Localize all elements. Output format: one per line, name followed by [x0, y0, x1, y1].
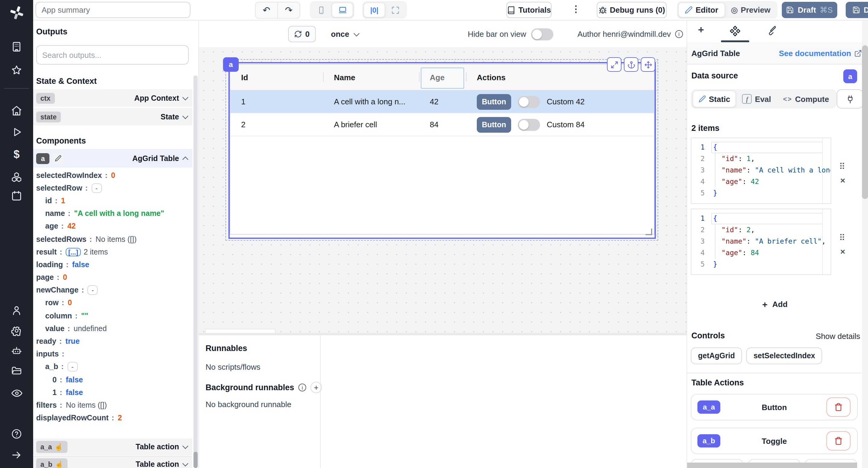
column-separator[interactable]: [466, 72, 467, 81]
refresh-button[interactable]: 0: [288, 26, 316, 42]
variables-dollar-icon[interactable]: $: [0, 148, 33, 161]
table-action-output-row[interactable]: a_a☝Table action: [33, 438, 192, 455]
search-outputs-input[interactable]: Search outputs...: [36, 45, 189, 64]
output-property-row[interactable]: id:1: [33, 195, 192, 207]
remove-item-icon[interactable]: ×: [840, 247, 845, 256]
center-align-button[interactable]: |0|: [364, 2, 385, 18]
home-icon[interactable]: [0, 105, 33, 116]
info-icon[interactable]: i: [299, 384, 306, 391]
output-property-row[interactable]: name:"A cell with a long name": [33, 207, 192, 220]
row-action-button[interactable]: Button: [477, 94, 511, 110]
kebab-menu-icon[interactable]: ⋮: [571, 4, 581, 14]
collapse-chip[interactable]: -: [91, 183, 101, 193]
output-property-row[interactable]: page:0: [33, 271, 192, 284]
output-property-row[interactable]: displayedRowCount:2: [33, 412, 192, 424]
deploy-button[interactable]: Deploy: [846, 2, 868, 18]
audit-eye-icon[interactable]: [0, 387, 33, 399]
column-separator[interactable]: [323, 72, 324, 81]
desktop-view-button[interactable]: [332, 2, 353, 18]
column-separator[interactable]: [419, 72, 420, 81]
output-property-row[interactable]: 1:false: [33, 386, 192, 399]
output-property-row[interactable]: row:0: [33, 297, 192, 310]
settings-gear-icon[interactable]: [0, 325, 33, 337]
output-property-row[interactable]: result:[...]2 items: [33, 245, 192, 258]
result-chip[interactable]: [...]: [66, 247, 81, 256]
collapse-chip[interactable]: -: [67, 362, 78, 372]
insert-component-tab[interactable]: +: [698, 24, 704, 36]
schedules-calendar-icon[interactable]: [0, 190, 33, 201]
output-property-row[interactable]: loading:false: [33, 258, 192, 271]
output-property-row[interactable]: inputs:: [33, 348, 192, 360]
move-component-button[interactable]: [641, 57, 655, 72]
remove-item-icon[interactable]: ×: [840, 175, 845, 185]
output-property-row[interactable]: ready:true: [33, 335, 192, 348]
state-row[interactable]: state State: [33, 108, 192, 125]
app-summary-input[interactable]: App summary: [36, 2, 190, 18]
anchor-component-button[interactable]: [624, 57, 638, 72]
output-property-row[interactable]: newChange:-: [33, 284, 192, 296]
delete-action-button[interactable]: [827, 398, 850, 417]
ctx-row[interactable]: ctx App Context: [33, 89, 192, 107]
hide-bar-toggle[interactable]: [531, 28, 553, 40]
control-button[interactable]: getAgGrid: [691, 347, 742, 364]
editor-code[interactable]: { "id": 2, "name": "A briefer cell", "ag…: [713, 209, 831, 270]
mode-compute-button[interactable]: <>Compute: [777, 91, 835, 107]
outputs-scrollbar-thumb[interactable]: [193, 452, 198, 468]
component-settings-tab[interactable]: [730, 25, 741, 37]
table-row[interactable]: 1A cell with a long n...42ButtonCustom 4…: [230, 90, 654, 113]
json-item-editor[interactable]: 12345{ "id": 1, "name": "A cell with a l…: [691, 138, 831, 204]
panel-scrollbar-thumb[interactable]: [862, 45, 868, 199]
table-header-cell[interactable]: Id: [230, 64, 323, 90]
row-action-button[interactable]: Button: [477, 117, 511, 133]
horizontal-scrollbar[interactable]: [687, 463, 857, 468]
user-icon[interactable]: [0, 304, 33, 316]
draft-button[interactable]: Draft ⌘S: [782, 2, 837, 18]
component-header-row[interactable]: a AgGrid Table: [33, 149, 192, 168]
mobile-view-button[interactable]: [311, 2, 332, 18]
resize-handle[interactable]: [646, 229, 652, 235]
aggrid-table[interactable]: IdNameAgeActions 1A cell with a long n..…: [230, 64, 655, 235]
resources-boxes-icon[interactable]: [0, 171, 33, 183]
output-property-row[interactable]: selectedRows:No items ([]): [33, 233, 192, 245]
output-property-row[interactable]: 0:false: [33, 373, 192, 386]
redo-button[interactable]: ↷: [278, 2, 300, 18]
collapse-arrow-icon[interactable]: [0, 449, 33, 461]
output-property-row[interactable]: filters:No items ([]): [33, 399, 192, 412]
editor-code[interactable]: { "id": 1, "name": "A cell with a long "…: [713, 138, 831, 199]
workspace-icon[interactable]: [0, 41, 33, 53]
windmill-logo-icon[interactable]: [0, 5, 33, 21]
runs-play-icon[interactable]: [0, 127, 33, 138]
see-documentation-link[interactable]: See documentation: [779, 49, 862, 58]
folders-icon[interactable]: [0, 365, 33, 376]
drag-handle-icon[interactable]: ⠿: [839, 233, 845, 242]
table-row[interactable]: 2A briefer cell84ButtonCustom 84: [230, 113, 654, 136]
styling-brush-tab[interactable]: [765, 25, 776, 36]
collapse-chip[interactable]: -: [88, 286, 98, 295]
app-canvas[interactable]: a IdNameAgeActions 1A cell with a long n…: [199, 47, 687, 333]
mode-eval-button[interactable]: fEval: [736, 91, 777, 107]
favorites-star-icon[interactable]: [0, 64, 33, 76]
selected-component[interactable]: IdNameAgeActions 1A cell with a long n..…: [228, 62, 656, 239]
output-property-row[interactable]: column:"": [33, 310, 192, 322]
info-icon[interactable]: i: [675, 30, 683, 38]
workers-robot-icon[interactable]: [0, 345, 33, 356]
undo-button[interactable]: ↶: [255, 2, 278, 18]
output-property-row[interactable]: age:42: [33, 220, 192, 233]
horizontal-splitter[interactable]: [199, 333, 687, 335]
drag-handle-icon[interactable]: ⠿: [839, 162, 845, 171]
help-icon[interactable]: [0, 428, 33, 440]
row-action-toggle[interactable]: [518, 118, 540, 130]
delete-action-button[interactable]: [827, 431, 850, 450]
refresh-mode-select[interactable]: once: [331, 26, 359, 42]
control-button[interactable]: setSelectedIndex: [746, 347, 822, 364]
connect-plug-button[interactable]: [837, 89, 863, 109]
rename-pencil-icon[interactable]: [52, 153, 64, 164]
output-property-row[interactable]: selectedRowIndex:0: [33, 169, 192, 181]
editor-tab[interactable]: Editor: [678, 2, 725, 18]
tutorials-button[interactable]: Tutorials: [506, 2, 552, 18]
mode-static-button[interactable]: Static: [692, 90, 736, 107]
debug-runs-button[interactable]: Debug runs (0): [597, 2, 667, 18]
fullwidth-button[interactable]: [385, 2, 406, 18]
component-canvas-badge[interactable]: a: [223, 57, 239, 72]
output-property-row[interactable]: selectedRow:-: [33, 181, 192, 194]
